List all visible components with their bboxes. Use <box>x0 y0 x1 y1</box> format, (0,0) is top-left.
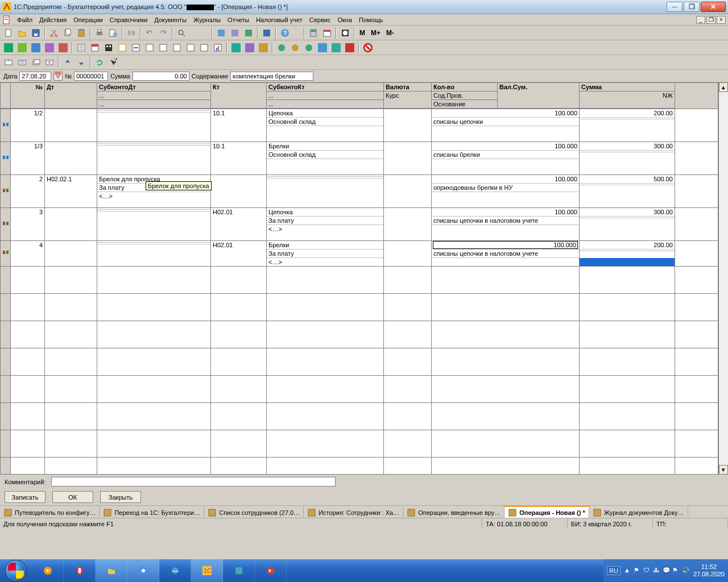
close-button[interactable]: Закрыть <box>100 491 141 503</box>
cell-no[interactable]: 1/3 <box>11 142 45 174</box>
menu-reports[interactable]: Отчеты <box>224 15 253 24</box>
col-vs[interactable]: Вал.Сум. <box>498 83 580 109</box>
window-minimize-button[interactable]: ─ <box>667 2 682 12</box>
tray-clock[interactable]: 11:5227.08.2020 <box>693 563 725 578</box>
cell-no[interactable]: 3 <box>11 208 45 240</box>
tray-vol-icon[interactable]: 🔊 <box>682 567 690 575</box>
cell-kt[interactable]: 10.1 <box>211 142 267 174</box>
menu-journals[interactable]: Журналы <box>190 15 224 24</box>
cell-no[interactable]: 4 <box>11 241 45 266</box>
no-input[interactable] <box>74 72 108 81</box>
cell-kt[interactable]: 10.1 <box>211 109 267 142</box>
refresh-button[interactable] <box>93 56 106 69</box>
tb2-16[interactable] <box>212 41 224 54</box>
table-row[interactable]: 4Н02.01БрелкиЗа плату<…>100.000списаны ц… <box>1 241 718 267</box>
table-row-empty[interactable] <box>1 376 718 403</box>
save-button[interactable] <box>30 27 42 39</box>
menu-windows[interactable]: Окна <box>334 15 355 24</box>
cell-qty[interactable]: 100.000списаны цепочки в налоговом учете <box>432 208 580 240</box>
grid[interactable]: № Дт СубконтоДт ... ... Кт СубконтоКт ..… <box>0 82 718 475</box>
cell-sum[interactable]: 200.00 <box>580 241 675 266</box>
history-button[interactable] <box>339 27 351 39</box>
cell-dt[interactable] <box>45 208 97 240</box>
cell-dt[interactable]: Н02.02.1 <box>45 175 97 207</box>
menu-operations[interactable]: Операции <box>70 15 106 24</box>
row-up-button[interactable] <box>61 56 74 69</box>
tb1-b[interactable] <box>229 27 241 39</box>
tb2-9[interactable] <box>116 41 129 54</box>
mdi-tab[interactable]: Операции, введенные вру… <box>403 506 504 518</box>
find-button[interactable] <box>175 27 188 39</box>
cell-no[interactable]: 1/2 <box>11 109 45 142</box>
mdi-tab[interactable]: История: Сотрудники : Ха… <box>304 506 403 518</box>
tray-flag-icon[interactable]: ⚑ <box>634 567 642 575</box>
tb1-c[interactable] <box>242 27 255 39</box>
cell-val[interactable] <box>384 142 432 174</box>
tb2-2[interactable] <box>16 41 28 54</box>
menu-file[interactable]: Файл <box>14 15 36 24</box>
table-row-empty[interactable] <box>1 458 718 475</box>
cell-sdt[interactable] <box>97 109 211 142</box>
tb2-17[interactable] <box>230 41 242 54</box>
date-picker-button[interactable]: 📅 <box>53 72 63 81</box>
col-val[interactable]: Валюта Курс <box>384 83 432 109</box>
cell-kt[interactable]: Н02.01 <box>211 208 267 240</box>
save-button[interactable]: Записать <box>5 491 46 503</box>
undo-button[interactable] <box>143 27 156 39</box>
table-row-empty[interactable] <box>1 348 718 376</box>
print-button[interactable] <box>93 27 106 39</box>
grid-body[interactable]: 1/210.1ЦепочкаОсновной склад100.000списа… <box>1 109 718 475</box>
cell-val[interactable] <box>384 109 432 142</box>
cell-skt[interactable]: ЦепочкаЗа плату<…> <box>267 208 384 240</box>
tb2-4[interactable] <box>43 41 56 54</box>
col-no[interactable]: № <box>11 83 45 109</box>
calendar-button[interactable] <box>321 27 333 39</box>
row-copy-button[interactable] <box>30 56 42 69</box>
col-kt[interactable]: Кт <box>211 83 267 109</box>
taskbar-media-icon[interactable] <box>32 559 64 582</box>
stop-button[interactable] <box>362 41 374 54</box>
comment-input[interactable] <box>51 477 336 487</box>
mdi-tab[interactable]: Путеводитель по конфигу… <box>0 506 100 518</box>
cell-dt[interactable] <box>45 109 97 142</box>
col-skt[interactable]: СубконтоКт ... ... <box>267 83 384 109</box>
cell-skt[interactable]: БрелкиОсновной склад <box>267 142 384 174</box>
tb2-13[interactable] <box>171 41 183 54</box>
preview-button[interactable] <box>107 27 119 39</box>
scroll-up-button[interactable]: ▴ <box>719 82 728 92</box>
cell-qty[interactable]: 100.000списаны брелки <box>432 142 580 174</box>
tb2-1[interactable] <box>2 41 15 54</box>
tray-balloon-icon[interactable]: 💬 <box>663 567 671 575</box>
row-del-button[interactable] <box>43 56 56 69</box>
paste-button[interactable] <box>75 27 88 39</box>
tb2-22[interactable] <box>303 41 315 54</box>
tb2-15[interactable] <box>198 41 210 54</box>
cell-kt[interactable] <box>211 175 267 207</box>
date-input[interactable] <box>19 72 51 81</box>
cell-sum[interactable]: 300.00 <box>580 142 675 174</box>
tray-flag2-icon[interactable]: ⚑ <box>672 567 680 575</box>
tb2-12[interactable] <box>157 41 169 54</box>
col-dt[interactable]: Дт <box>45 83 97 109</box>
mdi-tab[interactable]: Операция - Новая () * <box>504 506 589 518</box>
tb2-10[interactable] <box>130 41 142 54</box>
cell-sum[interactable]: 300.00 <box>580 208 675 240</box>
cell-sdt[interactable] <box>97 241 211 266</box>
window-maximize-button[interactable]: ❐ <box>684 2 700 12</box>
cell-qty[interactable]: 100.000списаны цепочки в налоговом учете <box>432 241 580 266</box>
row-down-button[interactable] <box>75 56 88 69</box>
tb2-25[interactable] <box>344 41 356 54</box>
cell-kt[interactable]: Н02.01 <box>211 241 267 266</box>
open-button[interactable] <box>16 27 28 39</box>
start-button[interactable] <box>0 559 32 582</box>
mem-mplus-button[interactable]: M+ <box>369 27 383 39</box>
tb2-7[interactable] <box>89 41 101 54</box>
taskbar-anydesk-icon[interactable] <box>255 559 287 582</box>
cell-val[interactable] <box>384 241 432 266</box>
tray-icon[interactable]: ▲ <box>624 567 632 575</box>
menu-actions[interactable]: Действия <box>36 15 70 24</box>
cell-no[interactable]: 2 <box>11 175 45 207</box>
table-row[interactable]: 1/310.1БрелкиОсновной склад100.000списан… <box>1 142 718 175</box>
calc-button[interactable] <box>307 27 320 39</box>
table-row-empty[interactable] <box>1 430 718 458</box>
